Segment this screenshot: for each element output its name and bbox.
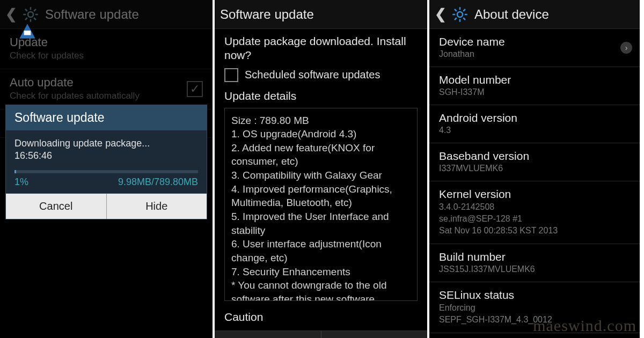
scheduled-row[interactable]: Scheduled software updates <box>224 68 418 82</box>
back-icon[interactable]: ❮ <box>435 6 445 23</box>
row-value: 4.3 <box>439 126 630 135</box>
row-build-number[interactable]: Build number JSS15J.I337MVLUEMK6 <box>429 244 640 282</box>
svg-line-19 <box>463 9 465 11</box>
row-model-number[interactable]: Model number SGH-I337M <box>429 67 640 105</box>
panel-software-update-1: ❮ Software update Update Check for updat… <box>0 0 215 338</box>
row-kernel-version[interactable]: Kernel version 3.4.0-2142508 se.infra@SE… <box>429 181 640 244</box>
row-device-name[interactable]: Device name Jonathan › <box>429 29 640 67</box>
row-value: I337MVLUEMK6 <box>439 164 630 173</box>
row-value-line1: Enforcing <box>439 303 630 313</box>
row-label: Kernel version <box>439 188 630 201</box>
hide-button[interactable]: Hide <box>107 194 207 219</box>
header-title: Software update <box>220 7 314 22</box>
row-value: SGH-I337M <box>439 87 630 97</box>
details-line: * You cannot downgrade to the old softwa… <box>231 278 411 300</box>
progress-bar <box>14 170 198 173</box>
header-bar: Software update <box>215 0 427 29</box>
row-value: Jonathan <box>439 49 630 59</box>
header-bar: ❮ About device <box>429 0 640 29</box>
dialog-time: 16:56:46 <box>14 150 198 161</box>
settings-gear-icon <box>451 5 469 24</box>
progress-fill <box>14 170 16 173</box>
row-label: Model number <box>439 74 630 86</box>
download-dialog: Software update Downloading update packa… <box>5 105 207 219</box>
dialog-message: Downloading update package... <box>14 138 198 149</box>
svg-line-16 <box>455 9 457 11</box>
details-line: 1. OS upgrade(Android 4.3) <box>231 127 411 141</box>
progress-percent: 1% <box>14 177 28 188</box>
row-value: JSS15J.I337MVLUEMK6 <box>439 264 630 274</box>
row-label: Baseband version <box>439 150 630 163</box>
bottom-button-row <box>215 330 427 338</box>
watermark-text: maeswind.com <box>533 317 636 335</box>
row-value-line3: Sat Nov 16 00:28:53 KST 2013 <box>439 225 630 236</box>
header-title: About device <box>474 7 549 22</box>
details-line: 5. Improved the User Interface and stabi… <box>231 210 411 237</box>
install-prompt: Update package downloaded. Install now? <box>224 34 418 63</box>
dialog-body: Downloading update package... 16:56:46 1… <box>6 130 207 193</box>
progress-transfer: 9.98MB/789.80MB <box>118 177 198 188</box>
scheduled-label: Scheduled software updates <box>245 69 380 81</box>
svg-line-18 <box>455 18 457 20</box>
row-android-version[interactable]: Android version 4.3 <box>429 105 640 143</box>
watermark-logo-icon <box>16 19 39 42</box>
dialog-title: Software update <box>6 105 207 130</box>
dialog-buttons: Cancel Hide <box>6 193 207 219</box>
details-heading: Update details <box>224 90 418 102</box>
details-line: 2. Added new feature(KNOX for consumer, … <box>231 141 411 168</box>
later-button[interactable] <box>215 331 321 338</box>
row-label: Android version <box>439 112 630 124</box>
update-details-box[interactable]: Size : 789.80 MB1. OS upgrade(Android 4.… <box>224 108 418 301</box>
checkbox-icon[interactable] <box>224 68 238 82</box>
details-line: 4. Improved performance(Graphics, Multim… <box>231 182 411 210</box>
svg-line-17 <box>463 18 465 20</box>
row-label: SELinux status <box>439 289 630 302</box>
details-line: 6. User interface adjustment(Icon change… <box>231 237 411 264</box>
svg-rect-10 <box>24 31 31 35</box>
svg-point-11 <box>457 12 463 17</box>
details-line: Size : 789.80 MB <box>231 114 411 128</box>
caution-heading: Caution <box>215 306 427 324</box>
panel-body: Update package downloaded. Install now? … <box>215 29 427 306</box>
progress-stats: 1% 9.98MB/789.80MB <box>14 177 198 188</box>
row-baseband-version[interactable]: Baseband version I337MVLUEMK6 <box>429 143 640 181</box>
row-label: Build number <box>439 251 630 263</box>
cancel-button[interactable]: Cancel <box>6 194 107 219</box>
chevron-right-icon: › <box>620 42 632 54</box>
details-line: 3. Compatibility with Galaxy Gear <box>231 168 411 182</box>
details-line: 7. Security Enhancements <box>231 265 411 279</box>
row-label: Device name <box>439 35 630 48</box>
panel-software-update-2: Software update Update package downloade… <box>215 0 429 338</box>
install-button[interactable] <box>321 331 428 338</box>
row-value-line2: se.infra@SEP-128 #1 <box>439 214 630 224</box>
row-value-line1: 3.4.0-2142508 <box>439 202 630 212</box>
panel-about-device: ❮ About device Device name Jonathan › Mo… <box>429 0 640 338</box>
